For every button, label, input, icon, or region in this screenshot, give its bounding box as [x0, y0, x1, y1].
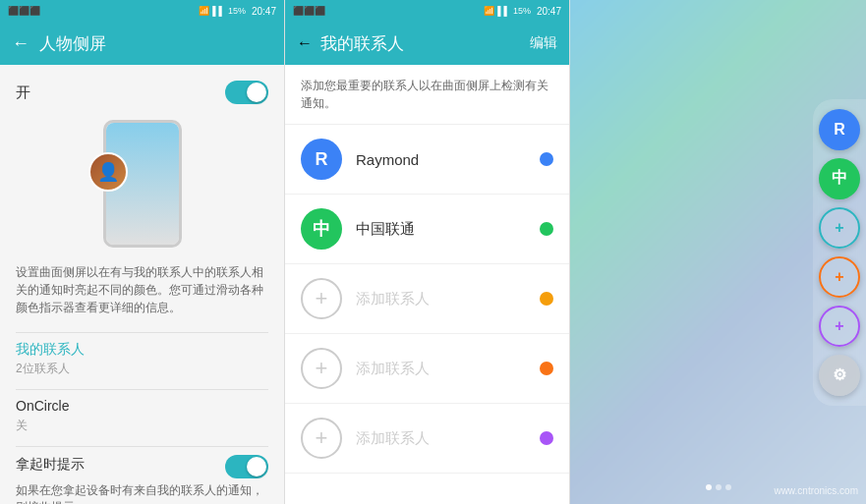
- pickup-section: 拿起时提示 如果在您拿起设备时有来自我的联系人的通知，则接收提示。: [16, 455, 268, 504]
- edit-button[interactable]: 编辑: [530, 34, 557, 52]
- edge-side-panel: R 中 + + + ⚙: [813, 99, 866, 406]
- divider-1: [16, 332, 268, 333]
- panel-my-contacts: ⬛⬛⬛ 📶 ▌▌ 15% 20:47 ← 我的联系人 编辑 添加您最重要的联系人…: [285, 0, 570, 504]
- toggle-label: 开: [16, 84, 30, 102]
- pickup-toggle[interactable]: [225, 455, 268, 478]
- dot-3: [725, 484, 731, 490]
- add-contact-row-3[interactable]: + 添加联系人: [285, 404, 569, 474]
- add-contact-label-1: 添加联系人: [356, 290, 526, 308]
- add-contact-label-2: 添加联系人: [356, 360, 526, 378]
- contact-name-raymond: Raymond: [356, 151, 526, 168]
- contact-dot-raymond: [540, 152, 553, 166]
- status-left-2: ⬛⬛⬛: [293, 6, 325, 16]
- panel1-content: 开 👤 设置曲面侧屏以在有与我的联系人中的联系人相关的通知时亮起不同的颜色。您可…: [0, 65, 284, 504]
- status-right-icons: 📶 ▌▌ 15% 20:47: [199, 6, 276, 17]
- watermark: www.cntronics.com: [774, 485, 858, 496]
- edge-btn-settings[interactable]: ⚙: [819, 355, 860, 396]
- edge-btn-unicom[interactable]: 中: [819, 158, 860, 199]
- contact-avatar-unicom: 中: [301, 208, 342, 250]
- dot-2: [716, 484, 722, 490]
- pickup-row: 拿起时提示: [16, 455, 268, 478]
- edge-btn-add-3[interactable]: +: [819, 306, 860, 347]
- status-bar-1: ⬛⬛⬛ 📶 ▌▌ 15% 20:47: [0, 0, 284, 22]
- phone-avatar: 👤: [88, 152, 128, 192]
- my-contacts-sub: 2位联系人: [16, 361, 268, 377]
- header-bar-1: ← 人物侧屏: [0, 22, 284, 65]
- battery-level-2: 15%: [513, 6, 531, 16]
- notification-icons-2: ⬛⬛⬛: [293, 6, 325, 16]
- divider-2: [16, 389, 268, 390]
- header-bar-2: ← 我的联系人 编辑: [285, 22, 569, 65]
- edge-btn-raymond[interactable]: R: [819, 109, 860, 150]
- panel-people-edge: ⬛⬛⬛ 📶 ▌▌ 15% 20:47 ← 人物侧屏 开 👤 设置曲面侧屏以在有与…: [0, 0, 285, 504]
- dot-1: [706, 484, 712, 490]
- pickup-label: 拿起时提示: [16, 456, 85, 474]
- contact-row-raymond[interactable]: R Raymond: [285, 125, 569, 195]
- panel2-description: 添加您最重要的联系人以在曲面侧屏上检测有关通知。: [285, 65, 569, 125]
- add-contact-icon-3: +: [301, 418, 342, 459]
- add-contact-icon-1: +: [301, 278, 342, 319]
- back-button-1[interactable]: ←: [12, 33, 29, 54]
- my-contacts-section: 我的联系人 2位联系人: [16, 341, 268, 377]
- clock: 20:47: [252, 6, 276, 17]
- page-title-1: 人物侧屏: [39, 32, 106, 55]
- signal-icon-2: ▌▌: [497, 6, 510, 16]
- status-left-icons: ⬛⬛⬛: [8, 6, 40, 16]
- page-title-2: 我的联系人: [320, 32, 404, 55]
- contact-dot-unicom: [540, 222, 553, 236]
- contact-name-unicom: 中国联通: [356, 220, 526, 239]
- header-left-2: ← 我的联系人: [297, 32, 404, 55]
- panel2-desc-text: 添加您最重要的联系人以在曲面侧屏上检测有关通知。: [301, 79, 548, 110]
- add-contact-row-1[interactable]: + 添加联系人: [285, 264, 569, 334]
- battery-level: 15%: [228, 6, 246, 16]
- back-button-2[interactable]: ←: [297, 34, 313, 52]
- oncircle-sub: 关: [16, 418, 268, 434]
- panel-edge-preview: R 中 + + + ⚙ www.cntronics.com: [570, 0, 866, 504]
- toggle-row: 开: [16, 81, 268, 104]
- contact-dot-slot2: [540, 362, 553, 375]
- contact-row-china-unicom[interactable]: 中 中国联通: [285, 195, 569, 264]
- wifi-icon: 📶: [199, 6, 209, 16]
- oncircle-label: OnCircle: [16, 398, 268, 414]
- phone-mock: 👤: [103, 120, 182, 248]
- contact-avatar-raymond: R: [301, 139, 342, 180]
- toggle-switch[interactable]: [225, 81, 268, 104]
- my-contacts-title: 我的联系人: [16, 341, 268, 359]
- dots-indicator: [706, 484, 731, 490]
- notification-icons: ⬛⬛⬛: [8, 6, 40, 16]
- add-contact-icon-2: +: [301, 348, 342, 389]
- edge-btn-add-2[interactable]: +: [819, 256, 860, 298]
- oncircle-section: OnCircle 关: [16, 398, 268, 434]
- contact-list: R Raymond 中 中国联通 + 添加联系人 + 添加联系人 + 添加联系人: [285, 125, 569, 504]
- description-text: 设置曲面侧屏以在有与我的联系人中的联系人相关的通知时亮起不同的颜色。您可通过滑动…: [16, 263, 268, 316]
- status-bar-2: ⬛⬛⬛ 📶 ▌▌ 15% 20:47: [285, 0, 569, 22]
- contact-dot-slot3: [540, 431, 553, 445]
- edge-btn-add-1[interactable]: +: [819, 207, 860, 249]
- contact-dot-slot1: [540, 292, 553, 306]
- pickup-desc: 如果在您拿起设备时有来自我的联系人的通知，则接收提示。: [16, 482, 268, 504]
- status-right-2: 📶 ▌▌ 15% 20:47: [484, 6, 561, 17]
- wifi-icon-2: 📶: [484, 6, 494, 16]
- divider-3: [16, 446, 268, 447]
- add-contact-label-3: 添加联系人: [356, 429, 526, 448]
- add-contact-row-2[interactable]: + 添加联系人: [285, 334, 569, 404]
- signal-icon: ▌▌: [212, 6, 225, 16]
- clock-2: 20:47: [537, 6, 561, 17]
- phone-illustration: 👤: [16, 120, 268, 248]
